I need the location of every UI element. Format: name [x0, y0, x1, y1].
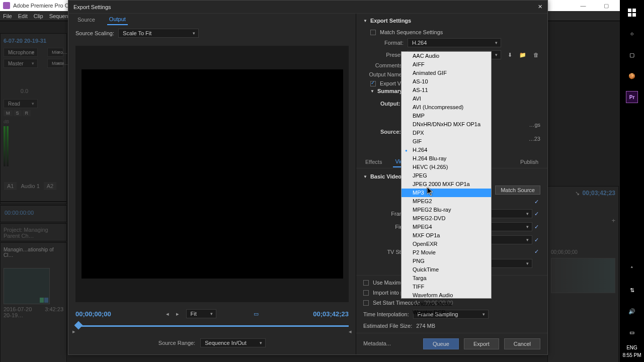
format-option[interactable]: HEVC (H.265) [401, 163, 491, 171]
export-video-checkbox[interactable] [370, 81, 376, 86]
format-option[interactable]: JPEG [401, 171, 491, 180]
menu-file[interactable]: File [3, 13, 12, 19]
format-option[interactable]: MPEG2 [401, 197, 491, 206]
import-preset-icon[interactable]: 📁 [518, 50, 527, 59]
tab-source[interactable]: Source [75, 15, 97, 25]
format-option[interactable]: OpenEXR [401, 240, 491, 248]
format-option[interactable]: Animated GIF [401, 69, 491, 77]
format-option[interactable]: BMP [401, 112, 491, 120]
format-option[interactable]: PNG [401, 257, 491, 265]
export-settings-header[interactable]: Export Settings [363, 18, 540, 24]
format-option[interactable]: MP3 [401, 189, 491, 197]
format-option[interactable]: MPEG4 [401, 223, 491, 231]
format-select[interactable]: H.264 [408, 38, 501, 47]
cortana-icon[interactable]: ○ [620, 23, 644, 44]
format-option[interactable]: JPEG 2000 MXF OP1a [401, 180, 491, 189]
tab-output[interactable]: Output [107, 14, 128, 25]
save-preset-icon[interactable]: ⬇ [505, 50, 514, 59]
import-proj-checkbox[interactable] [363, 290, 369, 296]
format-option[interactable]: TIFF [401, 283, 491, 291]
dialog-title: Export Settings [73, 4, 111, 10]
tray-up-icon[interactable]: ˄ [620, 258, 644, 280]
format-option[interactable]: QuickTime [401, 265, 491, 274]
check-aspect[interactable]: ✓ [532, 237, 540, 243]
preview-area [75, 46, 349, 302]
use-max-checkbox[interactable] [363, 280, 369, 286]
check-field[interactable]: ✓ [532, 224, 540, 230]
metadata-button[interactable]: Metadata... [363, 338, 391, 349]
svg-rect-0 [628, 9, 631, 12]
app-icon [3, 2, 10, 9]
queue-button[interactable]: Queue [423, 338, 459, 349]
minimize-button[interactable]: — [572, 0, 595, 11]
menu-clip[interactable]: Clip [34, 13, 43, 19]
match-sequence-checkbox[interactable] [370, 30, 376, 35]
format-option[interactable]: H.264 Blu-ray [401, 154, 491, 163]
format-option[interactable]: MPEG2 Blu-ray [401, 206, 491, 214]
next-frame-icon[interactable]: ▸ [176, 311, 179, 317]
language-indicator[interactable]: ENG [626, 345, 637, 350]
fit-select[interactable]: Fit [186, 309, 216, 318]
aspect-icon[interactable]: ▭ [254, 311, 259, 317]
svg-rect-1 [632, 9, 636, 12]
export-button[interactable]: Export [464, 338, 499, 349]
maximize-button[interactable]: ▢ [595, 0, 618, 11]
source-range-select[interactable]: Sequence In/Out [200, 338, 266, 347]
format-option[interactable]: Targa [401, 274, 491, 283]
svg-rect-3 [632, 13, 636, 17]
format-option[interactable]: P2 Movie [401, 248, 491, 257]
tab-effects[interactable]: Effects [363, 157, 384, 167]
check-tvstd[interactable]: ✓ [532, 248, 540, 255]
set-start-checkbox[interactable] [363, 300, 369, 306]
format-option[interactable]: Windows Media [401, 300, 491, 308]
format-option[interactable]: AS-10 [401, 77, 491, 86]
format-option[interactable]: GIF [401, 137, 491, 146]
format-option[interactable]: H.264 [401, 146, 491, 154]
windows-taskbar: ○ ▢ 🍪 Pr ˄ ⇅ 🔊 ▭ ENG 8:55 PM [620, 0, 644, 362]
wifi-icon[interactable]: ⇅ [620, 280, 644, 301]
volume-icon[interactable]: 🔊 [620, 301, 644, 322]
format-option[interactable]: DNxHR/DNxHD MXF OP1a [401, 120, 491, 129]
check-frame[interactable]: ✓ [532, 211, 540, 217]
mic-select[interactable]: Microphone [4, 48, 38, 57]
prev-frame-icon[interactable]: ◂ [166, 311, 169, 317]
preview-canvas [82, 69, 343, 279]
format-option[interactable]: DPX [401, 129, 491, 137]
comments-label: Comments: [363, 62, 404, 68]
format-option[interactable]: Waveform Audio [401, 291, 491, 300]
scaling-select[interactable]: Scale To Fit [118, 29, 199, 38]
format-option[interactable]: Wraptor DCP [401, 308, 491, 317]
taskview-icon[interactable]: ▢ [620, 44, 644, 65]
timeline-scrubber[interactable]: ▸ ◂ [75, 321, 349, 330]
format-option[interactable]: AIFF [401, 60, 491, 69]
format-option[interactable]: AVI [401, 95, 491, 103]
match-source-button[interactable]: Match Source [495, 186, 540, 195]
timecode-in[interactable]: 00;00;00;00 [75, 310, 111, 318]
clock[interactable]: 8:55 PM [622, 352, 641, 358]
format-option[interactable]: AAC Audio [401, 52, 491, 60]
win-start-icon[interactable] [620, 2, 644, 23]
master-select[interactable]: Master [4, 59, 38, 68]
format-option[interactable]: MPEG2-DVD [401, 214, 491, 223]
delete-preset-icon[interactable]: 🗑 [531, 50, 540, 59]
format-dropdown[interactable]: AAC AudioAIFFAnimated GIFAS-10AS-11AVIAV… [401, 51, 492, 299]
dialog-titlebar: Export Settings ✕ [68, 1, 547, 14]
check-1[interactable]: ✓ [532, 199, 540, 205]
expand-icon[interactable]: ↘ [575, 190, 580, 197]
timecode-out[interactable]: 00;03;42;23 [313, 310, 349, 318]
read-select[interactable]: Read [4, 99, 38, 108]
cancel-button[interactable]: Cancel [504, 338, 540, 349]
format-option[interactable]: AS-11 [401, 86, 491, 95]
menu-edit[interactable]: Edit [18, 13, 28, 19]
premiere-taskbar-icon[interactable]: Pr [620, 86, 644, 108]
format-option[interactable]: MXF OP1a [401, 231, 491, 240]
preset-label: Preset: [363, 52, 404, 58]
source-range-label: Source Range: [158, 340, 195, 346]
dialog-close-icon[interactable]: ✕ [538, 4, 542, 10]
tab-publish[interactable]: Publish [518, 157, 540, 167]
output-name-label: Output Name: [363, 71, 404, 77]
format-option[interactable]: AVI (Uncompressed) [401, 103, 491, 112]
notification-icon[interactable]: ▭ [620, 322, 644, 343]
match-sequence-label: Match Sequence Settings [380, 29, 443, 35]
emoji-icon[interactable]: 🍪 [620, 65, 644, 86]
